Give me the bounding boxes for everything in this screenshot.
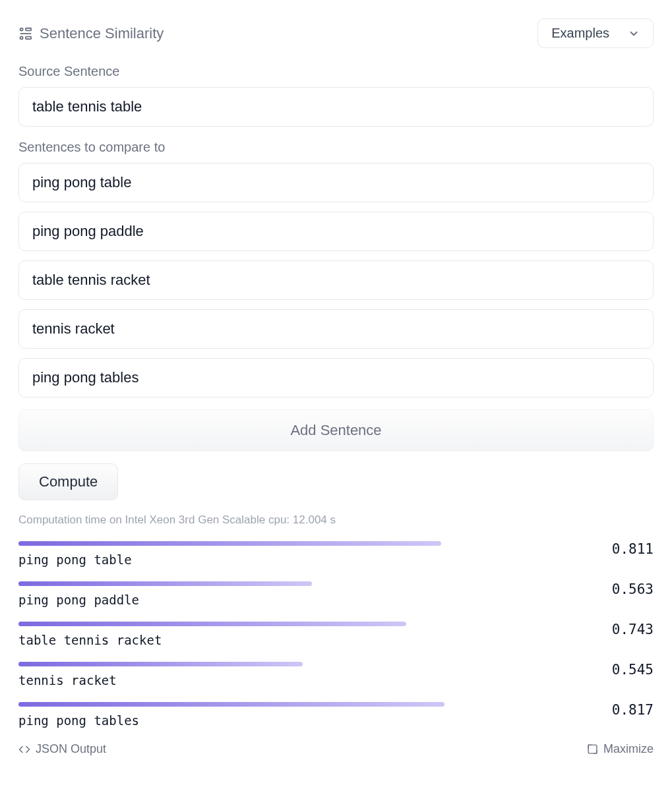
examples-label: Examples (551, 26, 609, 41)
code-icon (18, 744, 30, 755)
maximize-label: Maximize (603, 742, 654, 756)
score-bar (18, 702, 592, 707)
result-score: 0.811 (607, 541, 654, 557)
svg-rect-1 (26, 28, 31, 30)
svg-rect-3 (26, 36, 31, 39)
result-row: ping pong tables0.817 (18, 702, 654, 728)
compute-button[interactable]: Compute (18, 463, 118, 500)
score-bar (18, 662, 592, 666)
computation-time-text: Computation time on Intel Xeon 3rd Gen S… (18, 513, 654, 527)
result-row: ping pong table0.811 (18, 541, 654, 567)
result-label: ping pong paddle (18, 593, 592, 607)
result-label: tennis racket (18, 673, 592, 688)
json-output-button[interactable]: JSON Output (18, 742, 106, 756)
score-bar (18, 622, 592, 626)
result-score: 0.563 (607, 581, 654, 597)
compare-sentence-input[interactable] (18, 358, 654, 397)
svg-point-2 (20, 36, 23, 39)
page-title-text: Sentence Similarity (40, 25, 164, 42)
result-label: ping pong table (18, 552, 592, 567)
add-sentence-button[interactable]: Add Sentence (18, 409, 654, 452)
score-bar (18, 581, 592, 586)
compare-sentences-label: Sentences to compare to (18, 140, 654, 155)
source-sentence-input[interactable] (18, 87, 654, 127)
examples-dropdown[interactable]: Examples (537, 18, 654, 48)
source-sentence-label: Source Sentence (18, 64, 654, 79)
chevron-down-icon (628, 28, 640, 40)
svg-point-0 (20, 28, 23, 30)
json-output-label: JSON Output (36, 742, 106, 756)
result-score: 0.817 (607, 702, 654, 718)
result-row: tennis racket0.545 (18, 662, 654, 688)
result-row: table tennis racket0.743 (18, 622, 654, 647)
compare-sentence-input[interactable] (18, 260, 654, 300)
result-label: table tennis racket (18, 633, 592, 647)
result-score: 0.545 (607, 662, 654, 678)
result-label: ping pong tables (18, 713, 592, 728)
results-list: ping pong table0.811ping pong paddle0.56… (18, 541, 654, 728)
maximize-button[interactable]: Maximize (587, 742, 654, 756)
page-title: Sentence Similarity (18, 25, 164, 42)
compare-sentence-input[interactable] (18, 163, 654, 202)
compare-sentence-input[interactable] (18, 309, 654, 349)
score-bar (18, 541, 592, 546)
result-row: ping pong paddle0.563 (18, 581, 654, 607)
compare-sentence-input[interactable] (18, 212, 654, 251)
maximize-icon (587, 744, 598, 755)
result-score: 0.743 (607, 622, 654, 637)
sentence-similarity-icon (18, 26, 33, 41)
svg-rect-5 (588, 745, 597, 753)
